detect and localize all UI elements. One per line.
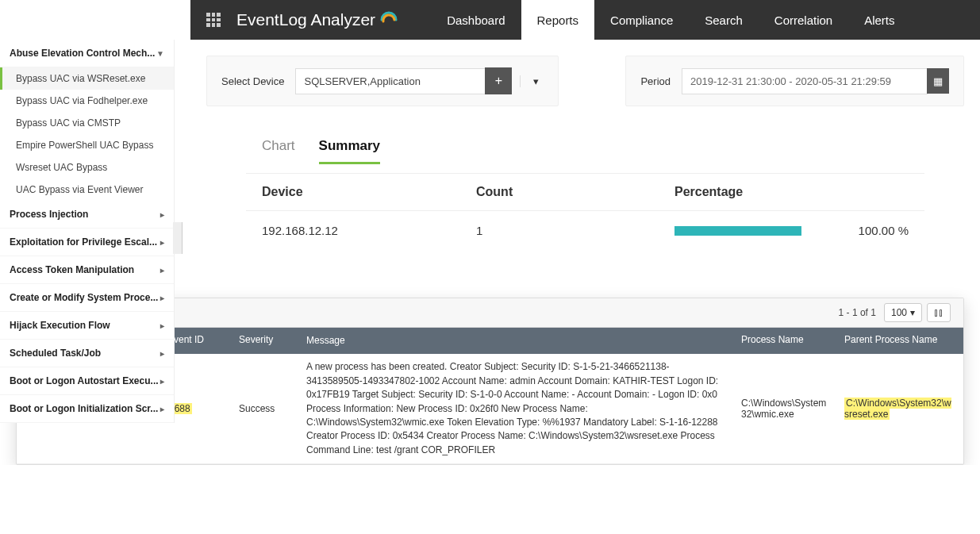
sidebar-group-abuse-elevation[interactable]: Abuse Elevation Control Mech... ▼ (0, 40, 174, 67)
cell-bar (674, 224, 845, 237)
report-tabs: Chart Summary (246, 130, 924, 165)
sidebar-item-event-viewer-bypass[interactable]: UAC Bypass via Event Viewer (0, 179, 174, 201)
chevron-right-icon: ▸ (160, 405, 164, 413)
logo-swirl-icon (379, 10, 399, 30)
summary-header: Device Count Percentage (246, 173, 924, 211)
main-nav: Dashboard Reports Compliance Search Corr… (431, 0, 910, 40)
tab-summary[interactable]: Summary (319, 130, 380, 164)
device-filter: Select Device SQLSERVER,Application + ▾ (206, 56, 559, 106)
percentage-bar (674, 226, 801, 236)
sidebar-group-create-modify-process[interactable]: Create or Modify System Proce...▸ (0, 284, 174, 312)
summary-row: 192.168.12.12 1 100.00 % (246, 211, 924, 250)
cell-percentage: 100.00 % (845, 224, 924, 237)
sidebar-group-process-injection[interactable]: Process Injection▸ (0, 201, 174, 229)
chevron-right-icon: ▸ (160, 266, 164, 275)
nav-reports[interactable]: Reports (521, 0, 595, 40)
chevron-down-icon: ▼ (156, 49, 164, 58)
row-range: 1 - 1 of 1 (839, 307, 876, 318)
col-count-header: Count (476, 185, 674, 199)
calendar-button[interactable]: ▦ (927, 68, 949, 94)
sidebar-item-bypass-fodhelper[interactable]: Bypass UAC via Fodhelper.exe (0, 90, 174, 112)
period-filter-input[interactable]: 2019-12-31 21:30:00 - 2020-05-31 21:29:5… (682, 68, 928, 94)
chevron-right-icon: ▸ (160, 321, 164, 330)
chevron-right-icon: ▸ (160, 377, 164, 386)
sidebar-group-exploitation-privesc[interactable]: Exploitation for Privilege Escal...▸ (0, 229, 174, 256)
cell-message: A new process has been created. Creator … (298, 354, 733, 463)
cell-severity: Success (231, 397, 298, 421)
col-process-name[interactable]: Process Name (733, 328, 836, 354)
nav-alerts[interactable]: Alerts (848, 0, 910, 40)
col-device-header: Device (246, 185, 476, 199)
summary-table: Device Count Percentage 192.168.12.12 1 … (246, 173, 924, 250)
sidebar-collapse-handle[interactable] (173, 222, 183, 254)
product-name: EventLog Analyzer (236, 10, 375, 29)
cell-device: 192.168.12.12 (246, 224, 476, 237)
add-device-button[interactable]: + (485, 67, 512, 94)
filter-bar: Select Device SQLSERVER,Application + ▾ … (206, 56, 964, 106)
col-parent-process[interactable]: Parent Process Name (836, 328, 963, 354)
nav-correlation[interactable]: Correlation (759, 0, 848, 40)
page-size-select[interactable]: 100▾ (884, 303, 922, 322)
cell-process: C:\Windows\System32\wmic.exe (733, 391, 836, 426)
sidebar-group-hijack-execution[interactable]: Hijack Execution Flow▸ (0, 312, 174, 340)
period-filter: Period 2019-12-31 21:30:00 - 2020-05-31 … (625, 56, 964, 106)
plus-icon: + (495, 74, 502, 88)
report-body: Chart Summary Device Count Percentage 19… (206, 130, 964, 250)
col-message[interactable]: Message (298, 328, 733, 354)
device-filter-label: Select Device (221, 75, 284, 87)
sidebar-group-boot-autostart[interactable]: Boot or Logon Autostart Execu...▸ (0, 367, 174, 395)
funnel-icon: ▾ (533, 75, 539, 87)
chevron-right-icon: ▸ (160, 210, 164, 219)
sidebar: Abuse Elevation Control Mech... ▼ Bypass… (0, 40, 175, 423)
cell-parent-process: C:\Windows\System32\wsreset.exe (836, 391, 963, 426)
product-logo: EventLog Analyzer (236, 10, 399, 30)
col-severity[interactable]: Severity (231, 328, 298, 354)
sidebar-item-bypass-wsreset[interactable]: Bypass UAC via WSReset.exe (0, 67, 174, 90)
chevron-right-icon: ▸ (160, 349, 164, 358)
tab-chart[interactable]: Chart (262, 130, 295, 164)
apps-grid-icon[interactable] (206, 13, 221, 27)
sidebar-item-bypass-cmstp[interactable]: Bypass UAC via CMSTP (0, 112, 174, 134)
sidebar-group-label: Abuse Elevation Control Mech... (10, 48, 155, 59)
nav-dashboard[interactable]: Dashboard (431, 0, 521, 40)
device-filter-input[interactable]: SQLSERVER,Application (295, 68, 486, 94)
sidebar-group-scheduled-task[interactable]: Scheduled Task/Job▸ (0, 340, 174, 367)
chevron-right-icon: ▸ (160, 294, 164, 302)
period-filter-label: Period (640, 75, 671, 87)
columns-icon: ⫿⫿ (934, 307, 943, 318)
main-content: Select Device SQLSERVER,Application + ▾ … (190, 40, 980, 266)
sidebar-group-access-token[interactable]: Access Token Manipulation▸ (0, 256, 174, 284)
cell-count: 1 (476, 224, 674, 237)
topbar: EventLog Analyzer Dashboard Reports Comp… (190, 0, 980, 40)
sidebar-group-boot-init-scripts[interactable]: Boot or Logon Initialization Scr...▸ (0, 395, 174, 423)
col-percentage-header: Percentage (674, 185, 845, 199)
nav-search[interactable]: Search (689, 0, 759, 40)
calendar-icon: ▦ (933, 75, 943, 87)
filter-button[interactable]: ▾ (520, 75, 544, 87)
chevron-right-icon: ▸ (160, 238, 164, 247)
chevron-down-icon: ▾ (910, 307, 915, 318)
nav-compliance[interactable]: Compliance (594, 0, 689, 40)
sidebar-item-wsreset-bypass[interactable]: Wsreset UAC Bypass (0, 156, 174, 179)
sidebar-item-empire-powershell[interactable]: Empire PowerShell UAC Bypass (0, 134, 174, 156)
column-settings-button[interactable]: ⫿⫿ (927, 303, 951, 322)
